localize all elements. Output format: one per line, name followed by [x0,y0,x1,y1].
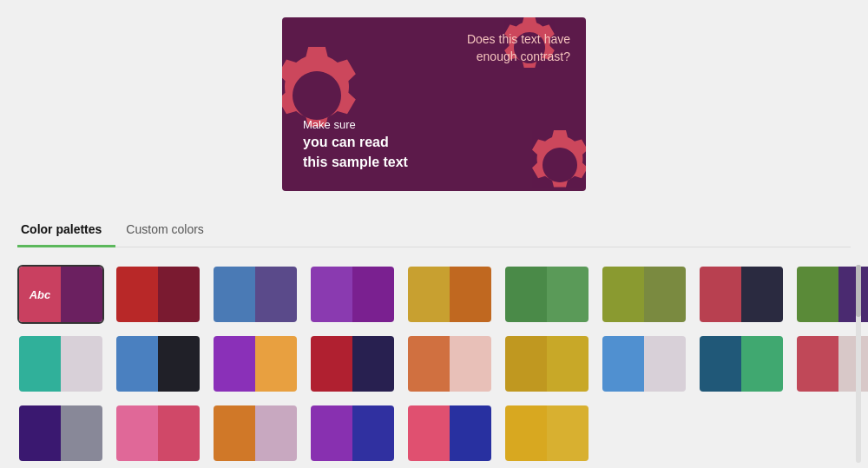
swatch-left [700,267,741,322]
swatch-card[interactable] [115,265,201,324]
swatch-card[interactable] [406,334,493,393]
swatch-left [797,267,838,322]
swatch-left [214,336,255,392]
swatch-right [61,267,102,322]
swatch-card[interactable] [115,334,201,393]
swatch-card[interactable] [309,334,396,393]
swatch-right [352,267,394,322]
swatch-card[interactable] [212,404,299,463]
palette-row-2 [17,334,851,393]
palette-area: Abc [17,265,851,463]
preview-sample-text: Make sure you can read this sample text [303,117,408,172]
swatch-right [255,267,297,322]
preview-card: Does this text have enough contrast? Mak… [282,17,586,191]
swatch-right [838,336,868,392]
swatch-label: Abc [30,288,51,301]
swatch-left [311,405,352,461]
swatch-left [602,267,644,322]
swatch-left [311,267,352,322]
swatch-right [352,405,394,461]
swatch-card[interactable] [601,265,687,324]
swatch-left [116,267,158,322]
swatch-right [450,267,491,322]
swatch-right [644,336,686,392]
swatch-card[interactable] [503,334,590,393]
palette-row-3 [17,404,851,463]
swatch-right [61,405,102,461]
swatch-left [214,405,255,461]
tab-color-palettes[interactable]: Color palettes [17,215,115,247]
swatch-right [741,267,783,322]
swatch-card[interactable] [17,334,104,393]
swatch-left [19,336,61,392]
swatch-right [547,267,589,322]
tabs-row: Color palettes Custom colors [17,215,851,247]
swatch-left [311,336,352,392]
swatch-left [116,336,158,392]
swatch-right [158,336,200,392]
swatch-right [158,405,200,461]
swatch-card[interactable] [698,265,785,324]
swatch-left [116,405,158,461]
swatch-card[interactable] [309,404,396,463]
swatch-card[interactable] [503,265,590,324]
swatch-right [644,267,686,322]
swatch-right [838,267,868,322]
swatch-left: Abc [19,267,61,322]
swatch-right [352,336,394,392]
swatch-card[interactable]: Abc [17,265,104,324]
swatch-left [505,336,547,392]
preview-contrast-question: Does this text have enough contrast? [467,31,570,65]
scrollbar-thumb[interactable] [856,265,861,317]
page: Does this text have enough contrast? Mak… [0,0,868,468]
tab-custom-colors[interactable]: Custom colors [122,215,217,247]
swatch-card[interactable] [212,334,299,393]
swatch-right [158,267,200,322]
palette-row-1: Abc [17,265,851,324]
swatch-card[interactable] [698,334,785,393]
swatch-right [255,405,297,461]
swatch-left [19,405,61,461]
swatch-left [505,267,547,322]
swatch-right [547,336,589,392]
swatch-left [408,336,450,392]
swatch-card[interactable] [406,265,493,324]
swatch-left [408,267,450,322]
swatch-right [450,405,491,461]
swatch-left [214,267,255,322]
swatch-card[interactable] [212,265,299,324]
swatch-right [61,336,102,392]
swatch-left [505,405,547,461]
swatch-card[interactable] [503,404,590,463]
swatch-left [797,336,838,392]
swatch-card[interactable] [115,404,201,463]
swatch-card[interactable] [309,265,396,324]
swatch-left [700,336,741,392]
swatch-right [547,405,589,461]
swatch-left [602,336,644,392]
scrollbar[interactable] [856,265,861,463]
swatch-right [741,336,783,392]
swatch-right [255,336,297,392]
gear-small-bottom-icon [516,122,586,191]
swatch-card[interactable] [601,334,687,393]
swatch-card[interactable] [406,404,493,463]
swatch-right [450,336,491,392]
swatch-left [408,405,450,461]
swatch-card[interactable] [17,404,104,463]
